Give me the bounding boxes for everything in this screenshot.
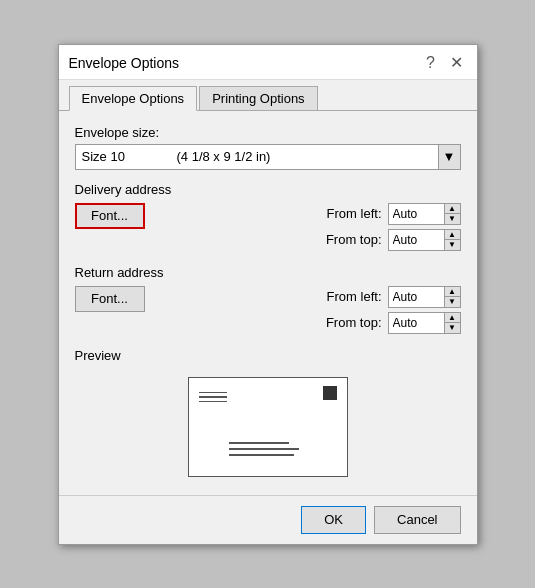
delivery-from-left-down[interactable]: ▼ (445, 214, 460, 224)
delivery-from-top-label: From top: (312, 232, 382, 247)
delivery-spin-group: From left: ▲ ▼ From top: (312, 203, 461, 251)
delivery-address-section: Delivery address Font... From left: ▲ ▼ (75, 182, 461, 251)
delivery-from-top-row: From top: ▲ ▼ (312, 229, 461, 251)
help-button[interactable]: ? (421, 53, 441, 73)
delivery-from-left-input-wrapper: ▲ ▼ (388, 203, 461, 225)
stamp-icon (323, 386, 337, 400)
delivery-from-top-down[interactable]: ▼ (445, 240, 460, 250)
address-line-3 (229, 454, 294, 456)
delivery-address-label: Delivery address (75, 182, 461, 197)
return-line-2 (199, 396, 227, 398)
delivery-from-top-up[interactable]: ▲ (445, 230, 460, 241)
close-button[interactable]: ✕ (447, 53, 467, 73)
address-line-2 (229, 448, 299, 450)
delivery-from-left-input[interactable] (389, 204, 444, 224)
return-from-top-input-wrapper: ▲ ▼ (388, 312, 461, 334)
delivery-from-left-up[interactable]: ▲ (445, 204, 460, 215)
tab-envelope-options[interactable]: Envelope Options (69, 86, 198, 111)
return-from-top-input[interactable] (389, 313, 444, 333)
delivery-address-row: Font... From left: ▲ ▼ From top (75, 203, 461, 251)
delivery-from-top-input-wrapper: ▲ ▼ (388, 229, 461, 251)
return-from-left-up[interactable]: ▲ (445, 287, 460, 298)
return-from-top-label: From top: (312, 315, 382, 330)
title-bar: Envelope Options ? ✕ (59, 45, 477, 80)
delivery-address-lines (229, 442, 299, 456)
envelope-size-group: Envelope size: Size 10 (4 1/8 x 9 1/2 in… (75, 125, 461, 170)
envelope-options-dialog: Envelope Options ? ✕ Envelope Options Pr… (58, 44, 478, 545)
tabs-row: Envelope Options Printing Options (59, 80, 477, 111)
return-from-left-down[interactable]: ▼ (445, 297, 460, 307)
return-address-section: Return address Font... From left: ▲ ▼ (75, 265, 461, 334)
return-from-left-input-wrapper: ▲ ▼ (388, 286, 461, 308)
chevron-down-icon: ▼ (443, 149, 456, 164)
content-area: Envelope size: Size 10 (4 1/8 x 9 1/2 in… (59, 111, 477, 495)
return-address-row: Font... From left: ▲ ▼ From top (75, 286, 461, 334)
address-line-1 (229, 442, 289, 444)
return-line-1 (199, 392, 227, 394)
preview-label: Preview (75, 348, 461, 363)
preview-section: Preview (75, 348, 461, 485)
dialog-title: Envelope Options (69, 55, 180, 71)
envelope-size-label: Envelope size: (75, 125, 461, 140)
envelope-size-dropdown-btn[interactable]: ▼ (438, 145, 460, 169)
cancel-button[interactable]: Cancel (374, 506, 460, 534)
return-from-top-down[interactable]: ▼ (445, 323, 460, 333)
return-from-left-input[interactable] (389, 287, 444, 307)
bottom-bar: OK Cancel (59, 495, 477, 544)
return-from-top-up[interactable]: ▲ (445, 313, 460, 324)
tab-printing-options[interactable]: Printing Options (199, 86, 318, 110)
delivery-from-left-row: From left: ▲ ▼ (312, 203, 461, 225)
delivery-font-button[interactable]: Font... (75, 203, 145, 229)
ok-button[interactable]: OK (301, 506, 366, 534)
delivery-from-top-input[interactable] (389, 230, 444, 250)
preview-area (75, 369, 461, 485)
envelope-preview (188, 377, 348, 477)
return-from-left-row: From left: ▲ ▼ (312, 286, 461, 308)
title-actions: ? ✕ (421, 53, 467, 73)
return-line-3 (199, 401, 227, 403)
envelope-size-value-left: Size 10 (82, 149, 157, 164)
return-address-label: Return address (75, 265, 461, 280)
return-address-lines (199, 392, 227, 403)
return-from-top-row: From top: ▲ ▼ (312, 312, 461, 334)
delivery-from-left-label: From left: (312, 206, 382, 221)
envelope-size-dropdown[interactable]: Size 10 (4 1/8 x 9 1/2 in) ▼ (75, 144, 461, 170)
return-font-button[interactable]: Font... (75, 286, 145, 312)
return-spin-group: From left: ▲ ▼ From top: (312, 286, 461, 334)
envelope-size-value-right: (4 1/8 x 9 1/2 in) (177, 149, 271, 164)
return-from-left-label: From left: (312, 289, 382, 304)
